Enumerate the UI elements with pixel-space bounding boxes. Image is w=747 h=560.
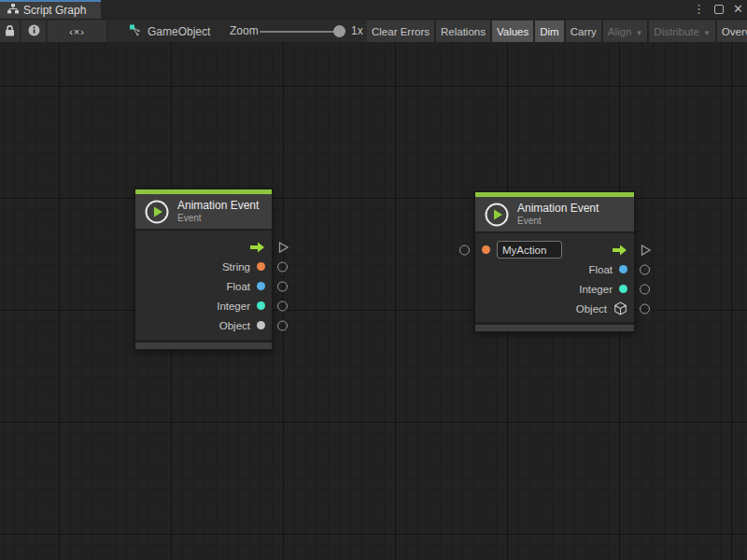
graph-hierarchy-icon xyxy=(7,4,19,17)
info-button[interactable] xyxy=(21,21,47,43)
align-dropdown[interactable]: Align▼ xyxy=(603,21,648,43)
port-row-integer: Integer xyxy=(475,279,634,299)
node-animation-event-2[interactable]: Animation Event Event Float xyxy=(474,191,635,332)
info-icon xyxy=(28,24,40,39)
clear-errors-button[interactable]: Clear Errors xyxy=(367,21,434,43)
event-play-icon xyxy=(145,200,169,224)
tab-title: Script Graph xyxy=(23,4,86,17)
toolbar-right-group: Clear Errors Relations Values Dim Carry … xyxy=(367,21,747,43)
flow-output-port[interactable] xyxy=(277,241,289,253)
window-menu-icon[interactable]: ⋮ xyxy=(693,0,705,19)
port-row-float: Float xyxy=(475,259,634,279)
zoom-label: Zoom xyxy=(230,20,259,43)
node-footer xyxy=(135,340,272,349)
object-output-port[interactable] xyxy=(640,303,650,314)
node-title: Animation Event xyxy=(517,202,599,215)
object-type-dot xyxy=(257,321,265,329)
code-view-button[interactable]: ‹×› xyxy=(48,21,107,43)
zoom-value: 1x xyxy=(351,20,363,43)
flow-arrow-icon xyxy=(249,242,265,253)
float-output-port[interactable] xyxy=(640,264,650,274)
graph-target[interactable]: GameObject xyxy=(129,21,210,43)
titlebar: Script Graph ⋮ ✕ xyxy=(0,0,747,19)
string-output-port[interactable] xyxy=(277,261,288,272)
node-header[interactable]: Animation Event Event xyxy=(475,197,634,233)
graph-canvas[interactable]: Animation Event Event String Float xyxy=(0,42,747,560)
port-row-float: Float xyxy=(135,276,272,296)
values-button[interactable]: Values xyxy=(492,21,533,43)
script-graph-asset-icon xyxy=(129,24,142,39)
port-row-string: String xyxy=(135,257,272,276)
carry-button[interactable]: Carry xyxy=(566,21,601,43)
flow-output-row xyxy=(135,237,272,257)
name-input-row xyxy=(475,240,634,259)
toolbar: ‹×› GameObject Zoom 1x Clear Errors Rela… xyxy=(0,19,747,42)
node-subtitle: Event xyxy=(517,216,599,227)
tab-script-graph[interactable]: Script Graph xyxy=(0,0,101,19)
port-row-object: Object xyxy=(135,315,272,335)
flow-arrow-icon xyxy=(612,245,627,256)
float-type-dot xyxy=(619,265,627,273)
node-title: Animation Event xyxy=(177,199,259,212)
lock-button[interactable] xyxy=(0,21,21,43)
integer-output-port[interactable] xyxy=(277,301,288,311)
lock-icon xyxy=(5,25,15,39)
node-subtitle: Event xyxy=(177,213,259,224)
integer-type-dot xyxy=(257,301,265,310)
overview-button[interactable]: Overview xyxy=(717,21,747,43)
distribute-dropdown[interactable]: Distribute▼ xyxy=(649,21,715,43)
window-maximize-icon[interactable] xyxy=(714,5,724,14)
event-play-icon xyxy=(485,203,509,227)
integer-output-port[interactable] xyxy=(640,284,650,294)
node-footer xyxy=(475,322,634,331)
flow-output-port[interactable] xyxy=(640,244,652,256)
zoom-slider-handle[interactable] xyxy=(333,25,345,37)
string-type-dot xyxy=(257,262,265,271)
port-row-object: Object xyxy=(475,299,634,318)
float-output-port[interactable] xyxy=(277,281,288,291)
cube-icon xyxy=(613,301,627,315)
node-animation-event-1[interactable]: Animation Event Event String Float xyxy=(134,189,273,350)
chevron-down-icon: ▼ xyxy=(703,29,711,37)
chevron-down-icon: ▼ xyxy=(635,29,642,37)
dim-button[interactable]: Dim xyxy=(535,21,563,43)
float-type-dot xyxy=(257,282,265,290)
integer-type-dot xyxy=(619,285,627,293)
object-output-port[interactable] xyxy=(277,320,288,330)
event-name-field[interactable] xyxy=(497,241,562,259)
name-input-port[interactable] xyxy=(459,245,470,255)
relations-button[interactable]: Relations xyxy=(436,21,490,43)
graph-target-label: GameObject xyxy=(148,25,210,38)
window-close-icon[interactable]: ✕ xyxy=(733,0,743,19)
code-view-icon: ‹×› xyxy=(69,26,85,37)
string-type-dot xyxy=(482,245,490,254)
port-row-integer: Integer xyxy=(135,296,272,315)
node-header[interactable]: Animation Event Event xyxy=(135,194,272,231)
